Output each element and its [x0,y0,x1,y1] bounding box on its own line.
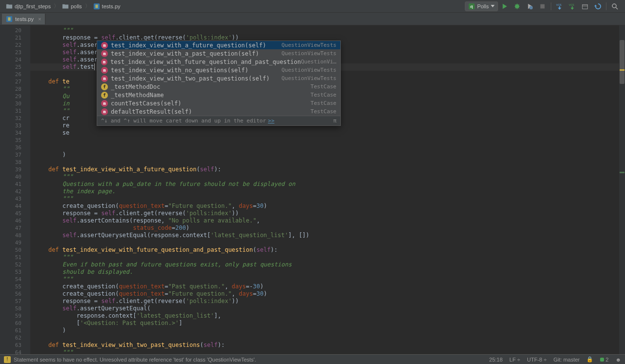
tab-tests-py[interactable]: tests.py × [2,14,45,24]
lock-icon[interactable]: 🔒 [586,356,593,363]
completion-item[interactable]: mtest_index_view_with_two_past_questions… [97,74,340,82]
completion-item[interactable]: mdefaultTestResult(self)TestCase [97,107,340,116]
breadcrumb-bar: djtp_first_steps 〉 polls 〉 tests.py dj P… [0,0,625,13]
vcs-history-button[interactable] [580,1,590,12]
chevron-down-icon [491,5,495,7]
svg-rect-8 [583,4,588,9]
status-message: Statement seems to have no effect. Unres… [14,357,256,363]
svg-text:VCS: VCS [556,3,562,6]
svg-point-9 [612,4,616,8]
close-icon[interactable]: × [38,16,41,22]
run-config-selector[interactable]: dj Polls [465,1,498,11]
vcs-update-button[interactable]: VCS [554,1,565,12]
completion-item[interactable]: mcountTestCases(self)TestCase [97,99,340,107]
caret-position[interactable]: 25:18 [489,357,503,363]
svg-text:VCS: VCS [569,3,574,6]
django-icon: dj [468,3,475,10]
python-servers[interactable]: 2 [600,357,608,363]
svg-text:dj: dj [470,4,473,8]
run-button[interactable] [499,1,510,12]
stop-button[interactable] [537,1,548,12]
completion-item[interactable]: mtest_index_view_with_no_questions(self)… [97,66,340,74]
scrollbar-thumb[interactable] [620,40,625,84]
more-link[interactable]: >> [268,118,274,124]
git-branch[interactable]: Git: master [554,357,580,363]
scrollbar[interactable] [619,25,625,354]
completion-item[interactable]: f_testMethodNameTestCase [97,91,340,99]
folder-icon [62,3,69,10]
folder-icon [6,3,13,10]
status-bar: ! Statement seems to have no effect. Unr… [0,354,625,364]
vcs-commit-button[interactable]: VCS [567,1,578,12]
chevron-right-icon: 〉 [85,2,90,10]
svg-point-4 [529,6,533,9]
info-stripe[interactable] [620,172,625,173]
chevron-right-icon: 〉 [54,2,59,10]
completion-popup[interactable]: mtest_index_view_with_a_future_question(… [97,40,341,126]
svg-rect-5 [541,4,545,8]
completion-item[interactable]: mtest_index_view_with_future_question_an… [97,58,340,66]
breadcrumb-project[interactable]: djtp_first_steps [4,3,53,10]
debug-button[interactable] [512,1,522,12]
completion-item[interactable]: mtest_index_view_with_a_past_question(se… [97,49,340,58]
gutter: 2021222324252627282930313233343536373839… [0,25,30,354]
run-with-coverage-button[interactable] [524,1,535,12]
breadcrumb-file[interactable]: tests.py [91,3,123,10]
vcs-revert-button[interactable] [592,1,603,12]
file-encoding[interactable]: UTF-8 ÷ [527,357,546,363]
python-file-icon [6,16,13,22]
warning-icon[interactable]: ! [4,356,11,363]
breadcrumb-folder[interactable]: polls [60,3,84,10]
line-separator[interactable]: LF ÷ [509,357,520,363]
warning-stripe[interactable] [620,69,625,71]
completion-item[interactable]: f_testMethodDocTestCase [97,82,340,91]
completion-item[interactable]: mtest_index_view_with_a_future_question(… [97,41,340,49]
editor-tabs: tests.py × [0,13,625,25]
search-everywhere-button[interactable] [609,1,620,12]
python-file-icon [93,3,100,10]
hector-icon[interactable]: ☻ [615,357,621,363]
